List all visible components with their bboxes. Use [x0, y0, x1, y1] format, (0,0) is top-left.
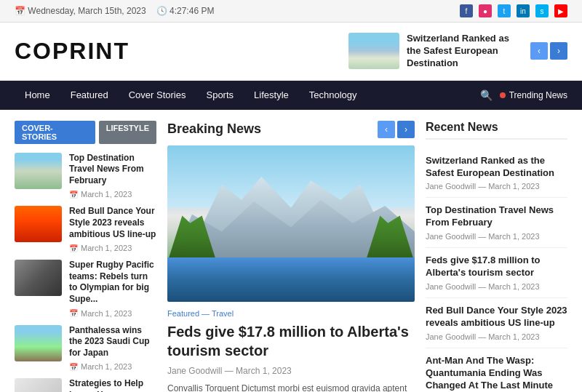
nav-links: Home Featured Cover Stories Sports Lifes… — [15, 81, 367, 110]
sidebar-item-title: Top Destination Travel News From Februar… — [69, 153, 156, 187]
center-prev-arrow[interactable]: ‹ — [378, 121, 395, 138]
recent-item[interactable]: Switzerland Ranked as the Safest Europea… — [426, 148, 567, 199]
tab-cover-stories[interactable]: COVER-STORIES — [15, 121, 95, 144]
sidebar-item-date: 📅 March 1, 2023 — [69, 309, 156, 318]
calendar-icon: 📅 — [69, 191, 78, 199]
sidebar-item-thumb — [15, 325, 62, 361]
featured-thumb-image — [348, 33, 399, 69]
header: COPRINT Switzerland Ranked as the Safest… — [0, 23, 582, 81]
sidebar-item-thumb — [15, 206, 62, 242]
top-bar: 📅 Wednesday, March 15th, 2023 🕓 4:27:46 … — [0, 0, 582, 23]
nav-sports[interactable]: Sports — [196, 81, 244, 110]
recent-item-title: Red Bull Dance Your Style 2023 reveals a… — [426, 305, 567, 329]
article-category-sep: — — [202, 309, 212, 318]
sidebar-item-date: 📅 March 1, 2023 — [69, 190, 156, 199]
article-category: Featured — Travel — [167, 309, 415, 318]
calendar-icon: 📅 — [69, 363, 78, 371]
navbar: Home Featured Cover Stories Sports Lifes… — [0, 81, 582, 110]
sidebar-item-text: Top Destination Travel News From Februar… — [69, 153, 156, 199]
trending-badge[interactable]: Trending News — [500, 90, 567, 100]
recent-item-meta: Jane Goodwill — March 1, 2023 — [426, 282, 567, 291]
header-next-arrow[interactable]: › — [550, 42, 567, 60]
recent-news-title: Recent News — [426, 121, 567, 140]
recent-item-title: Ant-Man And The Wasp: Quantumania Ending… — [426, 355, 567, 392]
recent-item-meta: Jane Goodwill — March 1, 2023 — [426, 332, 567, 341]
mountain-scene — [167, 145, 415, 302]
center-content: Breaking News ‹ › Featured — Travel Feds… — [167, 121, 415, 392]
header-nav-arrows: ‹ › — [530, 42, 567, 60]
recent-items: Switzerland Ranked as the Safest Europea… — [426, 148, 567, 392]
date-text: March 1, 2023 — [81, 362, 132, 371]
center-next-arrow[interactable]: › — [397, 121, 415, 138]
sidebar-right: Recent News Switzerland Ranked as the Sa… — [426, 121, 567, 392]
date-text: March 1, 2023 — [81, 190, 132, 199]
sidebar-item-date: 📅 March 1, 2023 — [69, 244, 156, 252]
youtube-icon[interactable]: ▶ — [554, 4, 567, 17]
skype-icon[interactable]: s — [535, 4, 549, 17]
recent-item-meta: Jane Goodwill — March 1, 2023 — [426, 182, 567, 191]
header-prev-arrow[interactable]: ‹ — [530, 42, 548, 60]
recent-item-meta: Jane Goodwill — March 1, 2023 — [426, 232, 567, 241]
sidebar-item[interactable]: Super Rugby Pacific teams: Rebels turn t… — [15, 260, 156, 317]
trending-label: Trending News — [509, 90, 567, 100]
sidebar-item-date: 📅 March 1, 2023 — [69, 362, 156, 371]
nav-featured[interactable]: Featured — [60, 81, 119, 110]
recent-item-title: Feds give $17.8 million to Alberta's tou… — [426, 255, 567, 279]
featured-thumb — [348, 33, 399, 69]
sidebar-item-title: Panthalessa wins the 2023 Saudi Cup for … — [69, 325, 156, 359]
calendar-date: 📅 Wednesday, March 15th, 2023 — [15, 6, 146, 16]
recent-item[interactable]: Ant-Man And The Wasp: Quantumania Ending… — [426, 348, 567, 392]
article-category-featured[interactable]: Featured — [167, 309, 199, 318]
twitter-icon[interactable]: t — [498, 4, 511, 17]
facebook-icon[interactable]: f — [460, 4, 473, 17]
nav-home[interactable]: Home — [15, 81, 60, 110]
sidebar-left: COVER-STORIES LIFESTYLE Top Destination … — [15, 121, 156, 392]
sidebar-item-thumb — [15, 378, 62, 392]
header-right: Switzerland Ranked as the Safest Europea… — [348, 33, 567, 70]
tab-lifestyle[interactable]: LIFESTYLE — [99, 121, 156, 144]
featured-article-title: Switzerland Ranked as the Safest Europea… — [407, 33, 523, 70]
recent-item[interactable]: Red Bull Dance Your Style 2023 reveals a… — [426, 298, 567, 348]
recent-item[interactable]: Feds give $17.8 million to Alberta's tou… — [426, 248, 567, 298]
sidebar-item[interactable]: Panthalessa wins the 2023 Saudi Cup for … — [15, 325, 156, 372]
lake — [167, 257, 415, 301]
sidebar-item-text: Strategies to Help Lower Your Cholestero… — [69, 378, 156, 392]
search-icon[interactable]: 🔍 — [480, 89, 493, 101]
date-text: March 1, 2023 — [81, 309, 132, 318]
instagram-icon[interactable]: ● — [479, 4, 492, 17]
article-excerpt: Convallis Torquent Dictumst morbi est eu… — [167, 382, 415, 392]
article-meta-sep: — — [225, 366, 236, 376]
article-category-travel[interactable]: Travel — [212, 309, 234, 318]
recent-item-title: Top Destination Travel News From Februar… — [426, 204, 567, 229]
sidebar-item-title: Red Bull Dance Your Style 2023 reveals a… — [69, 206, 156, 240]
article-main-title: Feds give $17.8 million to Alberta's tou… — [167, 322, 415, 360]
date-text: March 1, 2023 — [81, 244, 132, 252]
article-meta: Jane Goodwill — March 1, 2023 — [167, 366, 415, 376]
sidebar-item-thumb — [15, 153, 62, 189]
site-logo: COPRINT — [15, 38, 129, 65]
sidebar-item-text: Red Bull Dance Your Style 2023 reveals a… — [69, 206, 156, 252]
sidebar-item-text: Super Rugby Pacific teams: Rebels turn t… — [69, 260, 156, 317]
linkedin-icon[interactable]: in — [517, 4, 530, 17]
center-nav-arrows: ‹ › — [378, 121, 415, 138]
article-date: March 1, 2023 — [236, 366, 292, 376]
sky — [167, 145, 415, 208]
sidebar-item[interactable]: Strategies to Help Lower Your Cholestero… — [15, 378, 156, 392]
nav-lifestyle[interactable]: Lifestyle — [244, 81, 299, 110]
calendar-icon: 📅 — [15, 6, 25, 16]
main-article-image — [167, 145, 415, 302]
article-author: Jane Goodwill — [167, 366, 222, 376]
trending-dot — [500, 92, 506, 98]
sidebar-item[interactable]: Top Destination Travel News From Februar… — [15, 153, 156, 199]
featured-article-preview[interactable]: Switzerland Ranked as the Safest Europea… — [348, 33, 523, 70]
top-bar-left: 📅 Wednesday, March 15th, 2023 🕓 4:27:46 … — [15, 6, 214, 16]
social-links: f ● t in s ▶ — [460, 4, 567, 17]
recent-item[interactable]: Top Destination Travel News From Februar… — [426, 198, 567, 248]
sidebar-item[interactable]: Red Bull Dance Your Style 2023 reveals a… — [15, 206, 156, 252]
breaking-news-title: Breaking News — [167, 121, 261, 137]
sidebar-item-text: Panthalessa wins the 2023 Saudi Cup for … — [69, 325, 156, 372]
calendar-icon: 📅 — [69, 244, 78, 252]
nav-technology[interactable]: Technology — [299, 81, 367, 110]
nav-cover-stories[interactable]: Cover Stories — [119, 81, 196, 110]
sidebar-items: Top Destination Travel News From Februar… — [15, 153, 156, 392]
